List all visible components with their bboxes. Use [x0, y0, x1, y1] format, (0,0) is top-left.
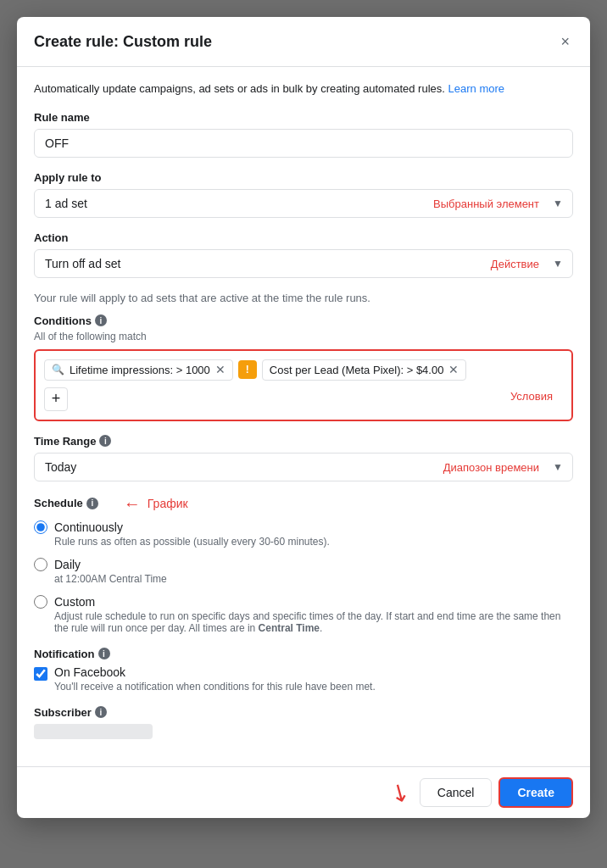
schedule-custom-label: Custom	[54, 595, 95, 609]
action-field: Action Turn off ad set Действие ▼	[34, 231, 573, 278]
description-text: Automatically update campaigns, ad sets …	[34, 81, 573, 97]
notification-info-icon[interactable]: i	[98, 648, 110, 659]
schedule-daily-sublabel: at 12:00AM Central Time	[54, 573, 573, 585]
schedule-continuously-sublabel: Rule runs as often as possible (usually …	[54, 536, 573, 548]
learn-more-link[interactable]: Learn more	[448, 82, 504, 95]
schedule-annotation: График	[148, 497, 188, 510]
schedule-custom-radio[interactable]	[34, 595, 47, 609]
rule-name-input[interactable]	[34, 129, 573, 158]
conditions-subtitle: All of the following match	[34, 331, 573, 342]
schedule-daily-label: Daily	[54, 558, 81, 571]
conditions-info-icon[interactable]: i	[95, 314, 107, 326]
notification-checkbox-sublabel: You'll receive a notification when condi…	[54, 681, 376, 693]
close-button[interactable]: ×	[557, 31, 573, 53]
notification-checkbox[interactable]	[34, 667, 47, 681]
schedule-daily-radio[interactable]	[34, 558, 47, 571]
rule-apply-note: Your rule will apply to ad sets that are…	[34, 292, 573, 304]
condition-tag-2-close-btn[interactable]: ✕	[448, 364, 459, 376]
conditions-annotation: Условия	[510, 390, 553, 403]
apply-rule-label: Apply rule to	[34, 171, 101, 184]
condition-tag-2-text: Cost per Lead (Meta Pixel): > $4.00	[270, 364, 444, 376]
notification-checkbox-row: On Facebook You'll receive a notificatio…	[34, 665, 573, 693]
apply-rule-field: Apply rule to 1 ad set Выбранный элемент…	[34, 171, 573, 218]
modal-footer: ↘ Cancel Create	[17, 766, 590, 818]
conditions-box: 🔍 Lifetime impressions: > 1000 ✕ ! Cost …	[34, 349, 573, 421]
rule-name-field: Rule name	[34, 111, 573, 158]
action-select[interactable]: Turn off ad set	[34, 249, 573, 278]
notification-label: Notification	[34, 648, 95, 660]
subscriber-label: Subscriber	[34, 706, 92, 719]
notification-checkbox-label: On Facebook	[54, 665, 125, 679]
add-condition-button[interactable]: +	[44, 387, 68, 411]
time-range-select[interactable]: Today	[34, 453, 573, 481]
create-button[interactable]: Create	[498, 777, 573, 808]
time-range-label: Time Range	[34, 435, 96, 448]
schedule-info-icon[interactable]: i	[86, 498, 98, 509]
schedule-continuously-radio[interactable]	[34, 520, 47, 534]
schedule-continuously-label: Continuously	[54, 520, 123, 534]
schedule-section: Schedule i ← График Continuously Rule ru…	[34, 495, 573, 634]
cancel-button[interactable]: Cancel	[420, 778, 493, 807]
conditions-section: Conditions i All of the following match …	[34, 314, 573, 421]
conditions-label: Conditions	[34, 314, 92, 327]
subscriber-blurred-value	[34, 724, 153, 739]
apply-rule-select[interactable]: 1 ad set	[34, 189, 573, 218]
search-icon: 🔍	[52, 364, 64, 376]
notification-section: Notification i On Facebook You'll receiv…	[34, 648, 573, 693]
time-range-field: Time Range i Today Диапозон времени ▼	[34, 435, 573, 481]
condition-tag-2: Cost per Lead (Meta Pixel): > $4.00 ✕	[262, 359, 467, 381]
time-range-info-icon[interactable]: i	[99, 435, 111, 447]
condition-tag-1-text: Lifetime impressions: > 1000	[70, 364, 210, 376]
schedule-label: Schedule	[34, 497, 83, 509]
schedule-custom-option: Custom Adjust rule schedule to run on sp…	[34, 595, 573, 634]
conditions-row: 🔍 Lifetime impressions: > 1000 ✕ ! Cost …	[44, 359, 563, 381]
schedule-custom-sublabel: Adjust rule schedule to run on specific …	[54, 610, 573, 634]
condition-tag-1-close-btn[interactable]: ✕	[215, 364, 226, 376]
subscriber-info-icon[interactable]: i	[95, 706, 107, 718]
modal-title: Create rule: Custom rule	[34, 33, 212, 51]
rule-name-label: Rule name	[34, 111, 90, 124]
condition-tag-1: 🔍 Lifetime impressions: > 1000 ✕	[44, 359, 233, 381]
warning-badge: !	[238, 360, 257, 379]
schedule-continuously-option: Continuously Rule runs as often as possi…	[34, 520, 573, 548]
subscriber-section: Subscriber i	[34, 706, 573, 739]
action-label: Action	[34, 231, 68, 244]
schedule-daily-option: Daily at 12:00AM Central Time	[34, 558, 573, 585]
